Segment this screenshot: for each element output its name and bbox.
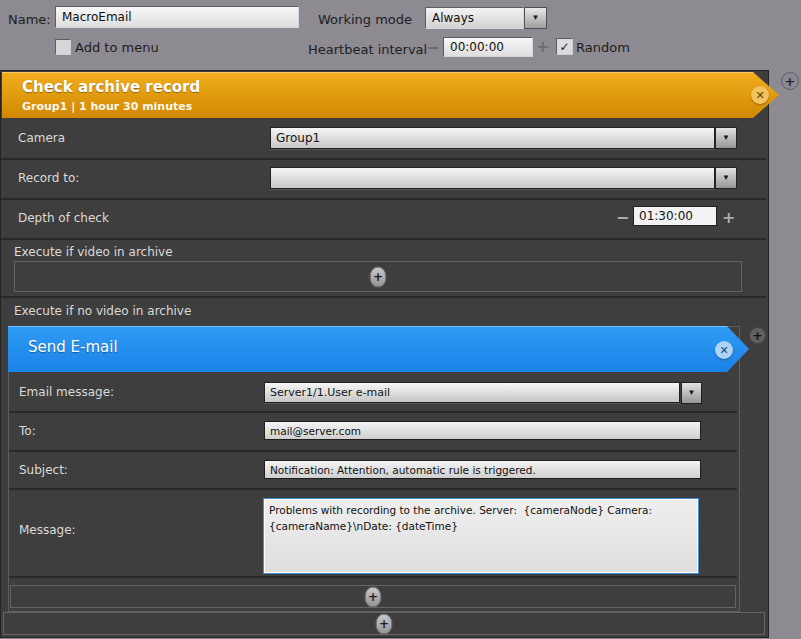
macro-settings-topbar: Name: Working mode Always ▼ Add to menu …: [0, 0, 801, 70]
plus-icon: +: [379, 617, 389, 631]
depth-of-check-input[interactable]: [633, 206, 717, 226]
working-mode-dropdown-button[interactable]: ▼: [524, 7, 547, 29]
send-email-title: Send E-mail: [28, 338, 118, 356]
send-email-add-slot: +: [10, 585, 736, 608]
check-archive-record-title: Check archive record: [22, 78, 200, 96]
check-archive-record-header[interactable]: Check archive record Group1 | 1 hour 30 …: [2, 72, 779, 118]
plus-icon: +: [368, 590, 378, 604]
heartbeat-minus-icon[interactable]: −: [426, 40, 439, 56]
execute-if-no-video-section: Execute if no video in archive: [1, 298, 766, 322]
macro-editor-screen: Name: Working mode Always ▼ Add to menu …: [0, 0, 801, 639]
camera-label: Camera: [18, 131, 65, 145]
record-to-dropdown-button[interactable]: ▼: [715, 167, 737, 189]
depth-minus-icon[interactable]: −: [616, 210, 629, 226]
no-video-add-slot: +: [3, 612, 765, 635]
heartbeat-plus-icon[interactable]: +: [536, 39, 549, 55]
heartbeat-interval-label: Heartbeat interval: [308, 42, 427, 57]
checkmark-icon: ✓: [559, 40, 569, 54]
execute-if-video-label: Execute if video in archive: [14, 245, 173, 259]
add-step-button[interactable]: +: [370, 266, 387, 287]
depth-of-check-label: Depth of check: [18, 211, 109, 225]
message-textarea[interactable]: Problems with recording to the archive. …: [263, 498, 699, 574]
name-input[interactable]: [55, 6, 299, 28]
to-label: To:: [19, 424, 36, 438]
execute-if-no-video-label: Execute if no video in archive: [14, 304, 191, 318]
plus-icon: +: [752, 330, 762, 342]
chevron-down-icon: ▼: [688, 389, 696, 397]
add-step-button[interactable]: +: [376, 613, 393, 634]
subject-input[interactable]: [264, 460, 701, 479]
message-label: Message:: [19, 523, 76, 537]
add-to-menu-checkbox[interactable]: [55, 39, 71, 55]
execute-if-video-section: Execute if video in archive +: [1, 240, 766, 298]
random-checkbox[interactable]: ✓: [556, 38, 573, 55]
to-input[interactable]: [264, 421, 701, 440]
email-message-select[interactable]: Server1/1.User e-mail: [264, 382, 680, 403]
close-send-email-button[interactable]: ✕: [715, 341, 733, 359]
add-action-button[interactable]: +: [781, 72, 799, 90]
chevron-down-icon: ▼: [532, 14, 540, 22]
check-archive-record-subtitle: Group1 | 1 hour 30 minutes: [22, 100, 192, 113]
working-mode-select[interactable]: Always: [425, 7, 524, 29]
add-step-button[interactable]: +: [365, 586, 382, 607]
plus-icon: +: [373, 270, 383, 284]
depth-plus-icon[interactable]: +: [722, 210, 735, 226]
camera-dropdown-button[interactable]: ▼: [715, 127, 737, 149]
working-mode-label: Working mode: [318, 12, 412, 27]
close-icon: ✕: [755, 89, 764, 102]
email-message-dropdown-button[interactable]: ▼: [681, 382, 702, 404]
add-to-menu-label: Add to menu: [75, 40, 159, 55]
record-to-label: Record to:: [18, 171, 79, 185]
plus-icon: +: [785, 75, 796, 88]
heartbeat-interval-input[interactable]: [443, 37, 533, 57]
random-label: Random: [576, 40, 630, 55]
camera-select[interactable]: Group1: [270, 127, 715, 149]
execute-if-video-slot: +: [14, 261, 742, 292]
add-nested-action-button[interactable]: +: [749, 327, 766, 344]
email-message-label: Email message:: [19, 385, 114, 399]
close-check-archive-button[interactable]: ✕: [751, 86, 769, 104]
name-label: Name:: [8, 12, 51, 27]
subject-label: Subject:: [19, 463, 68, 477]
send-email-header[interactable]: Send E-mail: [8, 326, 749, 372]
chevron-down-icon: ▼: [722, 134, 730, 142]
record-to-select[interactable]: [270, 167, 715, 189]
chevron-down-icon: ▼: [722, 174, 730, 182]
close-icon: ✕: [719, 344, 728, 357]
